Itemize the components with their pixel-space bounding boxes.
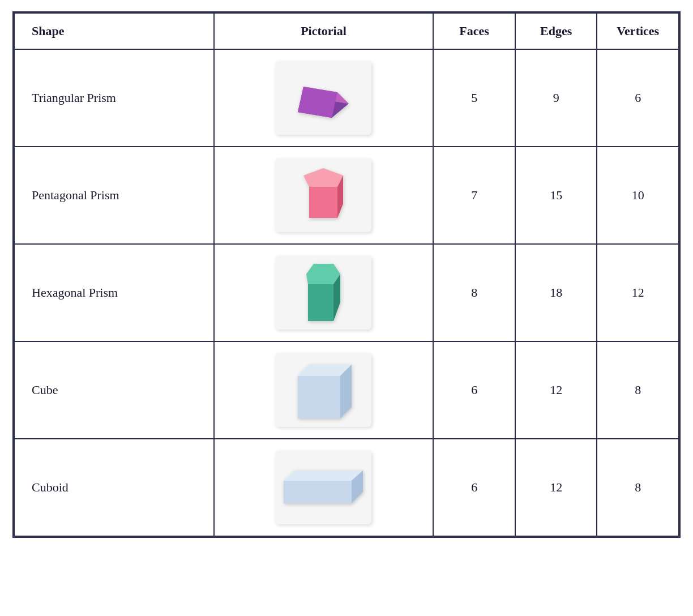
table-row: Cuboid 6128 bbox=[14, 439, 679, 536]
cell-faces: 8 bbox=[433, 244, 515, 341]
cell-shape-name: Pentagonal Prism bbox=[14, 147, 214, 244]
header-shape: Shape bbox=[14, 13, 214, 49]
shape-image-triangular-prism bbox=[275, 61, 371, 135]
svg-marker-3 bbox=[298, 87, 337, 118]
svg-rect-10 bbox=[298, 376, 340, 418]
cell-vertices: 6 bbox=[597, 49, 679, 147]
cell-shape-name: Cuboid bbox=[14, 439, 214, 536]
svg-rect-7 bbox=[308, 284, 333, 321]
cell-faces: 6 bbox=[433, 341, 515, 439]
table-row: Pentagonal Prism 71510 bbox=[14, 147, 679, 244]
svg-marker-5 bbox=[303, 168, 343, 187]
cell-pictorial bbox=[214, 244, 434, 341]
cell-shape-name: Triangular Prism bbox=[14, 49, 214, 147]
cell-edges: 12 bbox=[515, 439, 597, 536]
header-faces: Faces bbox=[433, 13, 515, 49]
cell-vertices: 8 bbox=[597, 439, 679, 536]
svg-marker-8 bbox=[306, 264, 340, 284]
svg-rect-13 bbox=[284, 481, 352, 503]
svg-rect-4 bbox=[309, 187, 337, 218]
table-header-row: Shape Pictorial Faces Edges Vertices bbox=[14, 13, 679, 49]
cell-shape-name: Cube bbox=[14, 341, 214, 439]
shape-image-hexagonal-prism bbox=[275, 256, 371, 330]
table-row: Cube 6128 bbox=[14, 341, 679, 439]
cell-vertices: 10 bbox=[597, 147, 679, 244]
cell-faces: 6 bbox=[433, 439, 515, 536]
cell-pictorial bbox=[214, 439, 434, 536]
shape-image-cuboid bbox=[275, 451, 371, 524]
cell-edges: 18 bbox=[515, 244, 597, 341]
cell-edges: 12 bbox=[515, 341, 597, 439]
header-edges: Edges bbox=[515, 13, 597, 49]
cell-shape-name: Hexagonal Prism bbox=[14, 244, 214, 341]
table-row: Triangular Prism 596 bbox=[14, 49, 679, 147]
cell-edges: 9 bbox=[515, 49, 597, 147]
shapes-table-container: Shape Pictorial Faces Edges Vertices Tri… bbox=[12, 11, 681, 538]
cell-vertices: 8 bbox=[597, 341, 679, 439]
cell-pictorial bbox=[214, 49, 434, 147]
cell-vertices: 12 bbox=[597, 244, 679, 341]
header-pictorial: Pictorial bbox=[214, 13, 434, 49]
shape-image-cube bbox=[275, 353, 371, 427]
header-vertices: Vertices bbox=[597, 13, 679, 49]
cell-faces: 5 bbox=[433, 49, 515, 147]
cell-edges: 15 bbox=[515, 147, 597, 244]
cell-faces: 7 bbox=[433, 147, 515, 244]
svg-marker-14 bbox=[284, 470, 363, 481]
cell-pictorial bbox=[214, 147, 434, 244]
table-row: Hexagonal Prism 81812 bbox=[14, 244, 679, 341]
cell-pictorial bbox=[214, 341, 434, 439]
shapes-table: Shape Pictorial Faces Edges Vertices Tri… bbox=[14, 12, 679, 537]
shape-image-pentagonal-prism bbox=[275, 159, 371, 232]
